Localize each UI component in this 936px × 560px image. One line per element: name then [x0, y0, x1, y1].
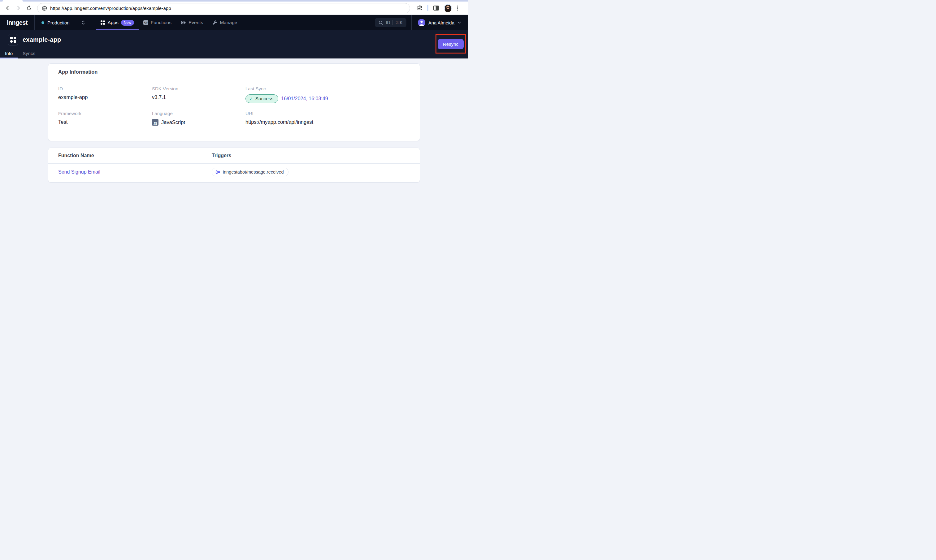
function-name-link[interactable]: Send Signup Email	[58, 169, 212, 175]
search-shortcut: ⌘K	[395, 20, 402, 25]
column-header-triggers: Triggers	[212, 153, 410, 158]
nav-items: Apps New <> Functions Events Manage	[96, 15, 242, 30]
user-menu[interactable]: Ana Almeida	[411, 15, 468, 30]
back-arrow-icon	[5, 5, 11, 11]
field-framework: Framework Test	[58, 111, 152, 126]
field-label: Last Sync	[245, 86, 410, 91]
field-last-sync: Last Sync ✓ Success 16/01/2024, 16:03:49	[245, 86, 410, 103]
app-information-grid: ID example-app SDK Version v3.7.1 Last S…	[48, 80, 420, 141]
side-panel-button[interactable]	[431, 3, 441, 13]
search-icon	[379, 20, 383, 25]
field-sdk-version: SDK Version v3.7.1	[152, 86, 245, 103]
functions-code-icon: <>	[143, 20, 148, 25]
search-label: ID	[386, 20, 390, 25]
tab-info[interactable]: Info	[0, 48, 18, 58]
browser-tab-strip	[0, 0, 468, 2]
browser-active-tab[interactable]	[3, 0, 23, 2]
new-badge: New	[121, 20, 134, 26]
field-value: JavaScript	[161, 119, 185, 125]
reload-button[interactable]	[24, 3, 34, 13]
trigger-name: inngestabot/message.received	[223, 169, 284, 174]
event-trigger-icon	[216, 170, 220, 174]
field-value: Test	[58, 119, 152, 125]
search-separator	[393, 20, 393, 25]
events-icon	[181, 20, 186, 25]
browser-actions	[415, 3, 460, 13]
nav-item-manage[interactable]: Manage	[208, 15, 242, 30]
app-icon	[8, 34, 18, 46]
page-title: example-app	[23, 36, 61, 43]
check-icon: ✓	[249, 96, 253, 101]
avatar-glasses	[446, 7, 450, 8]
nav-item-label: Apps	[108, 20, 118, 25]
main-content: App Information ID example-app SDK Versi…	[0, 58, 468, 183]
browser-chrome: https://app.inngest.com/env/production/a…	[0, 0, 468, 15]
field-label: URL	[245, 111, 410, 116]
apps-grid-icon	[101, 20, 105, 25]
app-information-card: App Information ID example-app SDK Versi…	[48, 63, 420, 141]
search-shortcut-button[interactable]: ID ⌘K	[375, 18, 406, 27]
nav-item-events[interactable]: Events	[176, 15, 208, 30]
browser-menu-button[interactable]	[455, 6, 460, 11]
back-button[interactable]	[3, 3, 12, 13]
environment-switcher[interactable]: Production	[35, 15, 91, 30]
environment-label: Production	[47, 20, 78, 25]
field-label: Language	[152, 111, 245, 116]
field-label: SDK Version	[152, 86, 245, 91]
nav-item-label: Manage	[220, 20, 237, 25]
field-language: Language JS JavaScript	[152, 111, 245, 126]
page-tabs: Info Syncs	[0, 48, 40, 58]
extensions-button[interactable]	[415, 3, 424, 13]
nav-item-label: Events	[188, 20, 203, 25]
field-value: https://myapp.com/api/inngest	[245, 119, 410, 125]
tab-label: Info	[5, 51, 13, 56]
nav-item-functions[interactable]: <> Functions	[139, 15, 176, 30]
table-row: Send Signup Email inngestabot/message.re…	[48, 164, 420, 182]
site-info-globe-icon[interactable]	[42, 6, 47, 11]
trigger-pill: inngestabot/message.received	[212, 168, 288, 176]
field-id: ID example-app	[58, 86, 152, 103]
inngest-logo-text: inngest	[7, 19, 28, 26]
field-value: v3.7.1	[152, 94, 245, 100]
functions-table-header: Function Name Triggers	[48, 148, 420, 164]
card-title: App Information	[48, 64, 420, 80]
status-badge-label: Success	[256, 96, 274, 102]
address-bar[interactable]: https://app.inngest.com/env/production/a…	[37, 3, 410, 13]
url-text[interactable]: https://app.inngest.com/env/production/a…	[50, 6, 171, 11]
inngest-logo[interactable]: inngest	[0, 15, 35, 30]
unfold-chevrons-icon	[82, 20, 85, 25]
status-badge: ✓ Success	[245, 94, 278, 103]
nav-item-apps[interactable]: Apps New	[96, 15, 139, 30]
browser-toolbar: https://app.inngest.com/env/production/a…	[0, 2, 468, 15]
reload-icon	[26, 6, 32, 11]
user-avatar	[418, 19, 425, 26]
field-label: ID	[58, 86, 152, 91]
javascript-icon: JS	[152, 119, 159, 126]
browser-profile-avatar[interactable]	[444, 4, 452, 12]
top-navigation: inngest Production Apps New <> Functions…	[0, 15, 468, 30]
resync-button[interactable]: Resync	[438, 39, 464, 49]
side-panel-icon	[433, 5, 439, 11]
forward-arrow-icon	[15, 5, 21, 11]
nav-item-label: Functions	[151, 20, 171, 25]
tab-syncs[interactable]: Syncs	[18, 48, 40, 58]
field-value: example-app	[58, 94, 152, 100]
app-grid-icon	[10, 37, 16, 43]
user-name: Ana Almeida	[428, 20, 454, 25]
chevron-down-icon	[457, 22, 461, 24]
field-label: Framework	[58, 111, 152, 116]
toolbar-divider	[428, 5, 428, 11]
forward-button[interactable]	[14, 3, 23, 13]
extension-check-icon	[417, 5, 423, 11]
field-url: URL https://myapp.com/api/inngest	[245, 111, 410, 126]
tab-label: Syncs	[23, 51, 35, 56]
column-header-function-name: Function Name	[58, 153, 212, 158]
functions-table-card: Function Name Triggers Send Signup Email…	[48, 148, 420, 183]
annotation-highlight-rectangle: Resync	[436, 34, 466, 54]
page-header: example-app Info Syncs Resync	[0, 30, 468, 58]
manage-wrench-icon	[212, 20, 217, 25]
last-sync-date-link[interactable]: 16/01/2024, 16:03:49	[281, 96, 328, 102]
environment-status-dot	[42, 22, 44, 24]
